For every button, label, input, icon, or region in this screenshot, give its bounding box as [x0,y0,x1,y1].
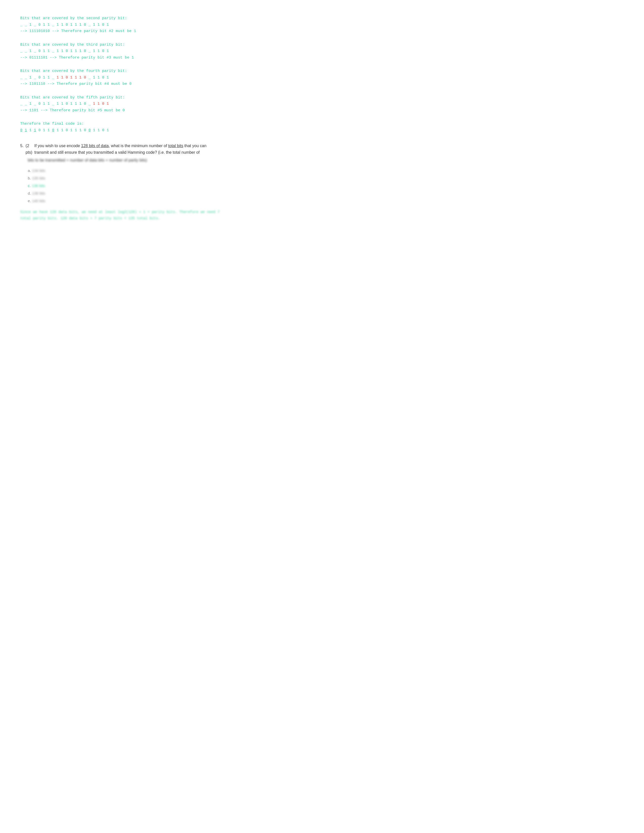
parity-second-bits: _ _ 1 _ 0 1 1 _ 1 1 0 1 1 1 0 _ 1 1 0 1 [20,22,220,28]
option-e[interactable]: e. 140 bits [28,198,220,204]
option-c-label: c. [28,183,31,188]
option-a-label: a. [28,168,31,173]
question-5-continued: bits to be transmitted = number of data … [28,157,220,164]
parity-second-label: Bits that are covered by the second pari… [20,15,220,22]
parity-fifth-label: Bits that are covered by the fifth parit… [20,95,220,101]
final-code-char-15: 0 [89,128,91,132]
question-5-text: If you wish to use encode 128 bits of da… [34,143,220,156]
parity-third-block: Bits that are covered by the third parit… [20,42,220,61]
parity-third-label: Bits that are covered by the third parit… [20,42,220,48]
option-d-value: 138 bits [32,191,45,195]
option-e-label: e. [28,199,31,203]
parity-fourth-label: Bits that are covered by the fourth pari… [20,68,220,74]
option-d[interactable]: d. 138 bits [28,190,220,196]
parity-fourth-bits-green1: _ _ 1 _ 0 1 1 _ [20,76,56,80]
final-code-char-7: 0 [52,128,54,132]
option-c-value: 136 bits [32,183,45,188]
parity-fourth-bits-green2: _ 1 1 0 1 [86,76,109,80]
parity-fifth-bits-red: 1 1 0 1 [93,102,109,106]
parity-second-result: --> 111101010 --> Therefore parity bit #… [20,28,220,35]
question-5-header: 5. (2 pts) If you wish to use encode 128… [20,143,220,156]
parity-fifth-block: Bits that are covered by the fifth parit… [20,95,220,114]
parity-fifth-result: --> 1101 --> Therefore parity bit #5 mus… [20,107,220,114]
final-code-char-3: 1 [34,128,36,132]
parity-fourth-result: --> 1101110 --> Therefore parity bit #4 … [20,81,220,87]
parity-fourth-bits-red: 1 1 0 1 1 1 0 [56,76,86,80]
final-code-char-1: 1 [25,128,27,132]
option-b-label: b. [28,176,31,180]
parity-third-bits: _ _ 1 _ 0 1 1 _ 1 1 0 1 1 1 0 _ 1 1 0 1 [20,48,220,55]
final-code-char-0: 0 [20,128,23,132]
final-code-block: Therefore the final code is: 0 1 1 1 0 1… [20,121,220,133]
option-b-value: 135 bits [32,176,45,180]
question-5-link1: 128 bits of data [81,144,109,148]
parity-third-result: --> 01111101 --> Therefore parity bit #3… [20,55,220,61]
question-5-link2: total bits [168,144,184,148]
question-5-points: (2 pts) [26,143,32,156]
question-5-explanation: Since we have 128 data bits, we need at … [20,209,220,222]
option-d-label: d. [28,191,31,195]
option-e-value: 140 bits [32,199,45,203]
parity-fifth-bits: _ _ 1 _ 0 1 1 _ 1 1 0 1 1 1 0 _ 1 1 0 1 [20,101,220,107]
option-a[interactable]: a. 134 bits [28,167,220,174]
final-code-value: 0 1 1 1 0 1 1 0 1 1 0 1 1 1 0 0 1 1 0 1 [20,127,220,134]
final-code-label: Therefore the final code is: [20,121,220,127]
option-c[interactable]: c. 136 bits [28,183,220,189]
question-5-number: 5. [20,143,24,156]
parity-fourth-bits: _ _ 1 _ 0 1 1 _ 1 1 0 1 1 1 0 _ 1 1 0 1 [20,74,220,81]
parity-second-block: Bits that are covered by the second pari… [20,15,220,35]
question-5-options: a. 134 bits b. 135 bits c. 136 bits d. 1… [28,167,220,204]
parity-fourth-block: Bits that are covered by the fourth pari… [20,68,220,87]
parity-fifth-bits-green1: _ _ 1 _ 0 1 1 _ 1 1 0 1 1 1 0 _ [20,102,93,106]
option-b[interactable]: b. 135 bits [28,175,220,181]
option-a-value: 134 bits [32,168,45,173]
question-5-section: 5. (2 pts) If you wish to use encode 128… [20,143,220,222]
